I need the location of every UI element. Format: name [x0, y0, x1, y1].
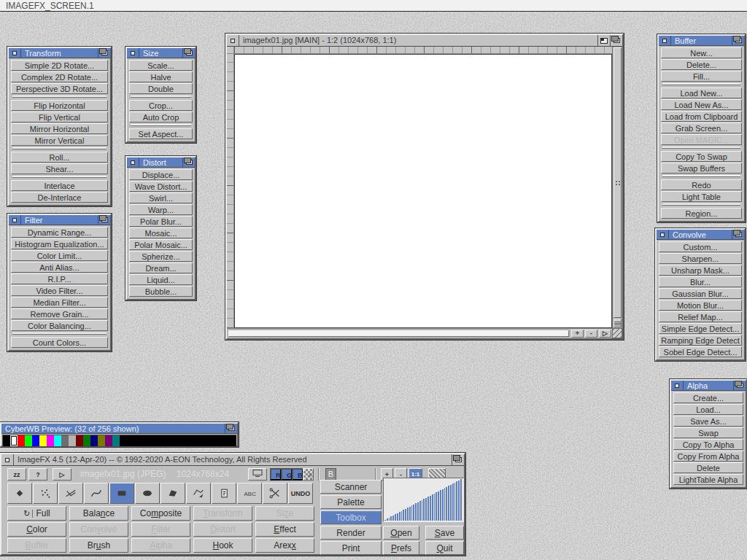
- depth-icon[interactable]: [182, 158, 195, 167]
- btn-auto-crop[interactable]: Auto Crop: [129, 112, 193, 122]
- btn-unsharp-mask[interactable]: Unsharp Mask...: [659, 265, 742, 276]
- btn-load-new-as[interactable]: Load New As...: [661, 99, 742, 110]
- vertical-scrollbar[interactable]: [612, 47, 622, 328]
- palette-swatch[interactable]: [171, 435, 178, 446]
- palette-swatch[interactable]: [83, 435, 90, 446]
- btn-anti-alias[interactable]: Anti Alias...: [11, 262, 108, 273]
- close-icon[interactable]: [227, 35, 239, 46]
- btn-ramping-edge-detect[interactable]: Ramping Edge Detect: [659, 335, 742, 346]
- oval-tool-button[interactable]: [135, 483, 160, 504]
- depth-icon[interactable]: [610, 35, 622, 46]
- btn-complex-2d-rotate[interactable]: Complex 2D Rotate...: [11, 71, 108, 82]
- curve-tool-button[interactable]: [84, 483, 109, 504]
- image-canvas[interactable]: [234, 54, 612, 328]
- palette-swatch[interactable]: [222, 435, 229, 446]
- btn-custom[interactable]: Custom...: [659, 241, 742, 252]
- btn-wave-distort[interactable]: Wave Distort...: [129, 181, 193, 192]
- transform-title-bar[interactable]: Transform: [9, 48, 110, 58]
- horizontal-scrollbar[interactable]: [228, 330, 570, 338]
- airbrush-tool-button[interactable]: [33, 483, 58, 504]
- prefs-button[interactable]: Prefs: [383, 541, 419, 555]
- btn-blur[interactable]: Blur...: [659, 276, 742, 287]
- blue-channel-button[interactable]: B: [292, 468, 303, 481]
- btn-sobel-edge-detect[interactable]: Sobel Edge Detect...: [659, 346, 742, 357]
- palette-swatch[interactable]: [163, 435, 171, 446]
- btn-load-new[interactable]: Load New...: [661, 88, 742, 98]
- close-icon[interactable]: [671, 381, 684, 390]
- btn-delete[interactable]: Delete...: [661, 59, 742, 70]
- zoom-window-icon[interactable]: [597, 35, 610, 46]
- palette-swatch[interactable]: [178, 435, 185, 446]
- palette-swatch[interactable]: [18, 435, 25, 446]
- btn-copy-to-swap[interactable]: Copy To Swap: [661, 151, 742, 162]
- palette-swatch[interactable]: [25, 435, 32, 446]
- btn-fill[interactable]: Fill...: [661, 71, 742, 82]
- btn-delete[interactable]: Delete: [673, 462, 743, 473]
- filter-title-bar[interactable]: Filter: [9, 215, 110, 225]
- btn-scale[interactable]: Scale...: [129, 60, 193, 71]
- btn-lighttable-alpha[interactable]: LightTable Alpha: [673, 474, 743, 485]
- palette-swatch[interactable]: [69, 435, 76, 446]
- close-icon[interactable]: [9, 48, 21, 58]
- close-icon[interactable]: [657, 230, 669, 239]
- btn-color-limit[interactable]: Color Limit...: [11, 250, 108, 261]
- btn-polar-blur[interactable]: Polar Blur...: [129, 216, 193, 227]
- effect-button[interactable]: Effect: [255, 522, 314, 537]
- btn-bubble[interactable]: Bubble...: [129, 286, 193, 297]
- text-tool-button[interactable]: ABC: [237, 483, 262, 504]
- zoom-out-button[interactable]: -: [585, 330, 597, 338]
- btn-flip-horizontal[interactable]: Flip Horizontal: [11, 100, 108, 111]
- btn-polar-mosaic[interactable]: Polar Mosaic...: [129, 239, 193, 250]
- palette-swatch[interactable]: [149, 435, 156, 446]
- btn-redo[interactable]: Redo: [661, 179, 742, 190]
- btn-roll[interactable]: Roll...: [11, 152, 108, 163]
- btn-color-balancing[interactable]: Color Balancing...: [11, 320, 108, 331]
- btn-swirl[interactable]: Swirl...: [129, 192, 193, 203]
- palette-swatch[interactable]: [10, 435, 18, 446]
- palette-swatch[interactable]: [127, 435, 134, 446]
- quit-button[interactable]: Quit: [425, 541, 464, 555]
- polygon-tool-button[interactable]: [160, 483, 185, 504]
- close-icon[interactable]: [659, 36, 671, 45]
- depth-icon[interactable]: [98, 48, 110, 58]
- btn-open-magic[interactable]: Open MAGIC...: [661, 134, 742, 145]
- btn-copy-to-alpha[interactable]: Copy To Alpha: [673, 439, 743, 450]
- btn-load-from-clipboard[interactable]: Load from Clipboard: [661, 111, 742, 122]
- btn-create[interactable]: Create...: [673, 392, 743, 403]
- close-icon[interactable]: [1, 454, 14, 465]
- palette-swatch[interactable]: [185, 435, 193, 446]
- horizontal-scroll-thumb[interactable]: [228, 330, 569, 337]
- btn-simple-2d-rotate[interactable]: Simple 2D Rotate...: [11, 60, 108, 71]
- depth-icon[interactable]: [98, 215, 110, 225]
- scissors-tool-button[interactable]: [263, 483, 287, 504]
- image-window-title-bar[interactable]: imagefx01.jpg [MAIN] - 1:2 (1024x768, 1:…: [227, 35, 622, 47]
- sleep-button[interactable]: zz: [7, 468, 26, 481]
- palette-swatch[interactable]: [112, 435, 120, 446]
- btn-histogram-equalization[interactable]: Histogram Equalization...: [11, 238, 108, 249]
- toolbox-title-bar[interactable]: ImageFX 4.5 (12-Apr-20) -- © 1992-2020 A…: [1, 454, 464, 466]
- brush-button[interactable]: Brush: [69, 538, 128, 553]
- box-tool-button[interactable]: [109, 483, 134, 504]
- arexx-button[interactable]: Arexx: [255, 538, 314, 553]
- distort-title-bar[interactable]: Distort: [127, 158, 195, 168]
- freehand-tool-button[interactable]: [186, 483, 211, 504]
- depth-icon[interactable]: [733, 381, 746, 390]
- buffer-title-bar[interactable]: Buffer: [659, 36, 744, 46]
- render-button[interactable]: Render: [320, 526, 382, 540]
- palette-swatch[interactable]: [214, 435, 222, 446]
- btn-median-filter[interactable]: Median Filter...: [11, 297, 108, 308]
- btn-mirror-vertical[interactable]: Mirror Vertical: [11, 135, 108, 146]
- btn-warp[interactable]: Warp...: [129, 204, 193, 215]
- hook-button[interactable]: Hook: [193, 538, 252, 553]
- toolbox-button[interactable]: Toolbox: [320, 510, 382, 524]
- screen-mode-button[interactable]: [248, 468, 267, 481]
- btn-perspective-3d-rotate[interactable]: Perspective 3D Rotate...: [11, 83, 108, 94]
- btn-dynamic-range[interactable]: Dynamic Range...: [11, 227, 108, 238]
- palette-swatch[interactable]: [3, 435, 10, 446]
- palette-swatch[interactable]: [39, 435, 47, 446]
- btn-dream[interactable]: Dream...: [129, 262, 193, 273]
- full-button[interactable]: ↻Full: [7, 506, 66, 521]
- scanner-button[interactable]: Scanner: [320, 480, 382, 494]
- palette-swatch[interactable]: [200, 435, 207, 446]
- help-button[interactable]: ?: [28, 468, 47, 481]
